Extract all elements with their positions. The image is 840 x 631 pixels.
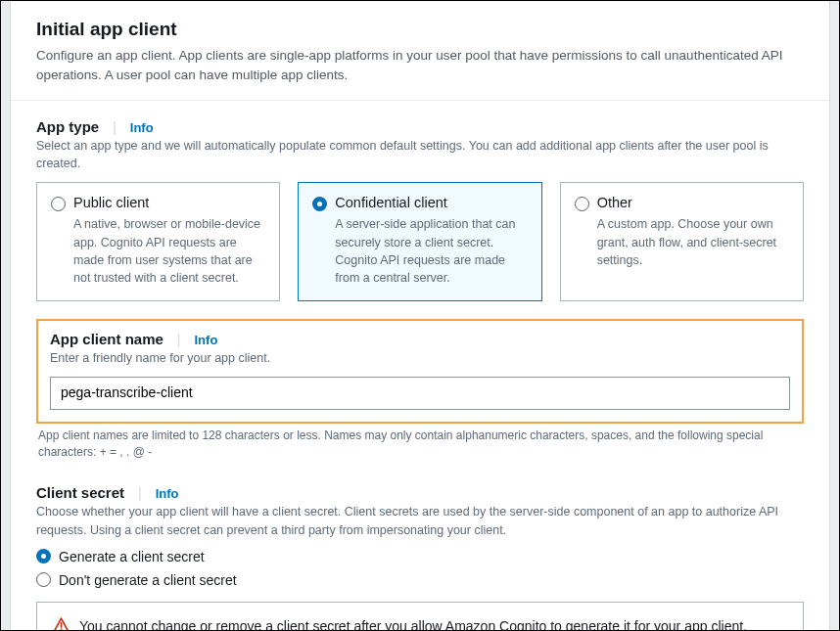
radio-label: Generate a client secret bbox=[59, 549, 205, 564]
app-type-info-link[interactable]: Info bbox=[130, 120, 154, 135]
radio-icon bbox=[36, 572, 51, 587]
client-secret-hint: Choose whether your app client will have… bbox=[36, 503, 804, 538]
radio-icon bbox=[51, 197, 66, 211]
app-type-label: App type bbox=[36, 118, 99, 135]
client-name-label: App client name bbox=[50, 331, 163, 347]
radio-label: Don't generate a client secret bbox=[59, 572, 237, 588]
app-client-name-highlight: App client name | Info Enter a friendly … bbox=[36, 319, 804, 424]
radio-generate-secret[interactable]: Generate a client secret bbox=[36, 549, 804, 564]
warning-alert: You cannot change or remove a client sec… bbox=[36, 602, 804, 631]
tile-title: Confidential client bbox=[335, 195, 446, 210]
tile-public-client[interactable]: Public client A native, browser or mobil… bbox=[36, 182, 280, 301]
client-secret-label: Client secret bbox=[36, 484, 124, 501]
alert-text: You cannot change or remove a client sec… bbox=[79, 616, 747, 631]
svg-point-1 bbox=[61, 628, 63, 630]
panel-header: Initial app client Configure an app clie… bbox=[11, 1, 829, 101]
radio-icon bbox=[575, 197, 589, 211]
app-type-tiles: Public client A native, browser or mobil… bbox=[36, 182, 804, 301]
warning-icon bbox=[53, 617, 70, 631]
left-gutter bbox=[1, 1, 11, 630]
tile-desc: A server-side application that can secur… bbox=[335, 215, 527, 287]
tile-other[interactable]: Other A custom app. Choose your own gran… bbox=[560, 182, 804, 301]
page-description: Configure an app client. App clients are… bbox=[36, 46, 804, 84]
radio-icon bbox=[36, 549, 51, 563]
app-type-hint: Select an app type and we will automatic… bbox=[36, 137, 804, 172]
right-gutter bbox=[829, 1, 839, 630]
radio-icon bbox=[312, 197, 327, 211]
tile-title: Public client bbox=[73, 195, 149, 210]
tile-desc: A native, browser or mobile-device app. … bbox=[73, 215, 265, 287]
tile-title: Other bbox=[597, 195, 632, 210]
client-name-hint: Enter a friendly name for your app clien… bbox=[50, 349, 790, 367]
page-title: Initial app client bbox=[36, 19, 804, 40]
client-name-input[interactable] bbox=[50, 377, 790, 410]
radio-dont-generate-secret[interactable]: Don't generate a client secret bbox=[36, 572, 804, 588]
client-secret-info-link[interactable]: Info bbox=[156, 486, 179, 501]
tile-confidential-client[interactable]: Confidential client A server-side applic… bbox=[298, 182, 541, 301]
client-name-info-link[interactable]: Info bbox=[195, 333, 218, 347]
client-name-constraint: App client names are limited to 128 char… bbox=[36, 428, 804, 462]
tile-desc: A custom app. Choose your own grant, aut… bbox=[597, 215, 789, 268]
